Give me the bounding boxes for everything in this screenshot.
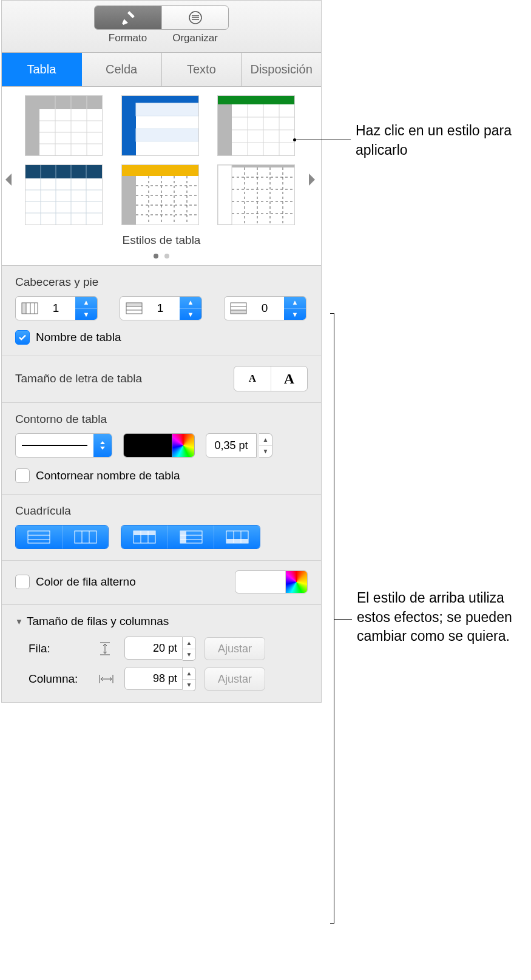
outline-name-checkbox[interactable] xyxy=(15,468,30,483)
svg-rect-21 xyxy=(25,165,102,178)
pager-dot-1[interactable] xyxy=(154,254,158,259)
footer-rows-stepper[interactable]: ▲▼ xyxy=(284,297,306,320)
svg-rect-9 xyxy=(122,96,198,103)
svg-rect-14 xyxy=(218,104,232,155)
grid-foot[interactable] xyxy=(214,525,260,549)
header-columns-value: 1 xyxy=(44,302,68,315)
rowcol-disclosure[interactable]: ▼ Tamaño de filas y columnas xyxy=(15,615,308,628)
footer-rows-value: 0 xyxy=(252,302,277,315)
outline-width-stepper[interactable]: ▲▼ xyxy=(259,433,272,458)
table-name-label: Nombre de tabla xyxy=(36,331,121,344)
alt-row-label: Color de fila alterno xyxy=(36,575,136,589)
svg-rect-63 xyxy=(231,310,246,314)
grid-body-vert[interactable] xyxy=(62,525,108,549)
grid-body-horiz[interactable] xyxy=(16,525,62,549)
bracket-arm xyxy=(334,619,352,620)
alt-row-color[interactable] xyxy=(235,570,308,593)
svg-rect-2 xyxy=(25,109,39,155)
styles-pager xyxy=(7,251,316,260)
section-rowcol-size: ▼ Tamaño de filas y columnas Fila: ▲▼ Aj… xyxy=(2,605,321,702)
table-styles: Estilos de tabla xyxy=(2,87,321,266)
col-width-icon xyxy=(99,674,116,684)
row-fit-button[interactable]: Ajustar xyxy=(205,637,265,660)
header-rows-control[interactable]: 1 ▲▼ xyxy=(120,296,202,320)
row-height-stepper[interactable]: ▲▼ xyxy=(183,637,196,661)
bracket-bottom xyxy=(330,923,334,924)
styles-prev[interactable] xyxy=(3,171,14,189)
col-width-field[interactable] xyxy=(124,667,183,690)
section-alt-row: Color de fila alterno xyxy=(2,561,321,605)
tab-celda[interactable]: Celda xyxy=(82,53,162,86)
tabs: Tabla Celda Texto Disposición xyxy=(2,53,321,87)
style-thumb-3[interactable] xyxy=(217,95,295,156)
svg-rect-13 xyxy=(218,96,294,104)
inspector-panel: Formato Organizar Tabla Celda Texto Disp… xyxy=(1,0,322,703)
svg-rect-77 xyxy=(180,531,186,543)
header-rows-stepper[interactable]: ▲▼ xyxy=(180,297,201,320)
styles-next[interactable] xyxy=(306,171,317,189)
organizar-label: Organizar xyxy=(161,32,229,44)
outline-width-field[interactable] xyxy=(206,433,257,458)
footer-rows-control[interactable]: 0 ▲▼ xyxy=(224,296,306,320)
pager-dot-2[interactable] xyxy=(164,254,169,259)
color-wheel-icon[interactable] xyxy=(172,434,194,457)
svg-rect-12 xyxy=(136,129,198,141)
grid-head-col[interactable] xyxy=(121,525,167,549)
headers-title: Cabeceras y pie xyxy=(15,275,308,289)
header-columns-stepper[interactable]: ▲▼ xyxy=(75,297,97,320)
style-thumb-1[interactable] xyxy=(25,95,103,156)
font-smaller-button[interactable]: A xyxy=(234,367,271,391)
grid-head-row[interactable] xyxy=(167,525,214,549)
style-thumb-2[interactable] xyxy=(121,95,199,156)
outline-title: Contorno de tabla xyxy=(15,413,308,426)
section-font-size: Tamaño de letra de tabla A A xyxy=(2,356,321,403)
header-rows-icon xyxy=(120,302,148,314)
svg-rect-33 xyxy=(122,165,198,176)
row-label: Fila: xyxy=(29,642,90,655)
rowcol-title: Tamaño de filas y columnas xyxy=(27,615,169,628)
col-fit-button[interactable]: Ajustar xyxy=(205,667,265,691)
font-larger-button[interactable]: A xyxy=(271,367,307,391)
organizar-button[interactable] xyxy=(161,6,228,29)
outline-name-label: Contornear nombre de tabla xyxy=(36,469,180,482)
bracket-top xyxy=(330,313,334,314)
svg-rect-81 xyxy=(226,539,248,543)
outline-style-dropdown[interactable] xyxy=(15,433,112,458)
grid-header-group xyxy=(121,525,260,549)
tab-texto[interactable]: Texto xyxy=(162,53,242,86)
tab-disposicion[interactable]: Disposición xyxy=(242,53,321,86)
row-height-icon xyxy=(99,642,116,655)
alt-row-checkbox[interactable] xyxy=(15,575,30,589)
svg-rect-11 xyxy=(136,103,198,116)
font-size-title: Tamaño de letra de tabla xyxy=(15,372,142,385)
col-width-stepper[interactable]: ▲▼ xyxy=(183,667,196,691)
callout-leader xyxy=(295,140,351,140)
section-headers-footer: Cabeceras y pie 1 ▲▼ 1 ▲▼ xyxy=(2,266,321,356)
tab-tabla[interactable]: Tabla xyxy=(2,53,82,86)
style-thumb-5[interactable] xyxy=(121,164,199,225)
table-name-checkbox[interactable] xyxy=(15,330,30,345)
outline-color-swatch[interactable] xyxy=(123,433,195,458)
svg-rect-10 xyxy=(122,103,136,155)
svg-rect-34 xyxy=(122,176,136,225)
section-outline: Contorno de tabla ▲▼ Contornear nombre d… xyxy=(2,403,321,495)
formato-button[interactable] xyxy=(95,6,161,29)
style-thumb-6[interactable] xyxy=(217,164,295,225)
grid-body-group xyxy=(15,525,109,549)
grid-title: Cuadrícula xyxy=(15,504,308,518)
font-size-segment: A A xyxy=(234,366,308,391)
styles-caption: Estilos de tabla xyxy=(7,234,316,247)
header-columns-control[interactable]: 1 ▲▼ xyxy=(15,296,98,320)
callout-effects: El estilo de arriba utiliza estos efecto… xyxy=(357,589,527,646)
col-label: Columna: xyxy=(29,672,90,686)
svg-rect-73 xyxy=(134,531,155,535)
toolbar: Formato Organizar xyxy=(2,1,321,53)
style-thumb-4[interactable] xyxy=(25,164,103,225)
mode-segment xyxy=(94,5,229,30)
svg-rect-44 xyxy=(218,165,232,225)
alt-color-wheel-icon[interactable] xyxy=(285,571,307,593)
row-height-field[interactable] xyxy=(124,637,183,660)
svg-rect-54 xyxy=(22,303,26,314)
svg-rect-69 xyxy=(75,531,96,543)
svg-rect-1 xyxy=(25,96,102,109)
